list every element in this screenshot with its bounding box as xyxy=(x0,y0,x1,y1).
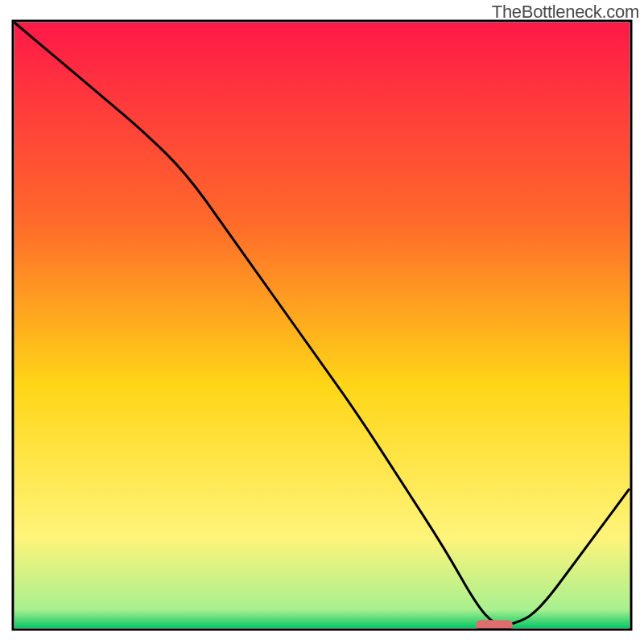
watermark-label: TheBottleneck.com xyxy=(492,2,639,23)
plot-area xyxy=(14,23,630,630)
bottleneck-chart: TheBottleneck.com xyxy=(0,0,644,644)
optimum-marker xyxy=(476,620,513,630)
chart-svg xyxy=(0,0,644,644)
gradient-background xyxy=(14,23,630,628)
